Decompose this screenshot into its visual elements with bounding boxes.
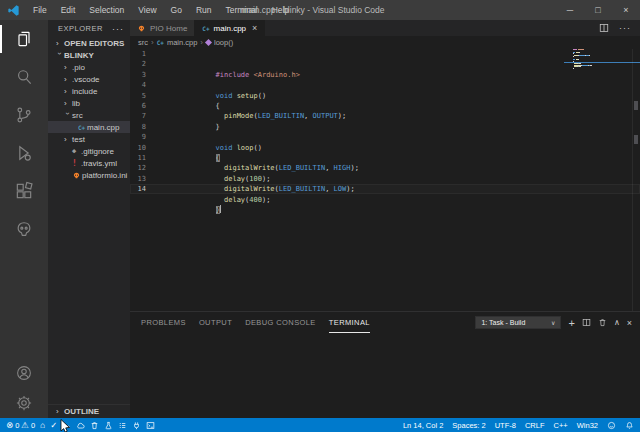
problems-status[interactable]: ⊗ 0 ⚠ 0 <box>6 418 35 432</box>
line-number: 10 <box>130 143 146 153</box>
tree-item[interactable]: › .vscode <box>48 73 130 85</box>
activity-run-debug-button[interactable] <box>0 134 48 172</box>
breadcrumb-loop[interactable]: loop() <box>214 38 233 47</box>
code-line[interactable]: 6 } <box>130 101 640 111</box>
terminal-icon <box>146 421 155 430</box>
activity-platformio-button[interactable] <box>0 210 48 248</box>
kill-terminal-trash-icon[interactable] <box>598 318 607 327</box>
menu-item[interactable]: View <box>131 0 163 20</box>
code-line[interactable]: 3 void setup() <box>130 70 640 80</box>
code-line[interactable]: 12 digitalWrite(LED_BUILTIN, LOW); <box>130 163 640 173</box>
minimize-button[interactable]: ─ <box>556 0 584 20</box>
code-line[interactable]: 7 <box>130 111 640 121</box>
menu-item[interactable]: Go <box>164 0 189 20</box>
breadcrumb-src[interactable]: src <box>138 38 148 47</box>
project-root-label: BLINKY <box>64 51 94 60</box>
activity-extensions-button[interactable] <box>0 172 48 210</box>
close-button[interactable]: × <box>612 0 640 20</box>
pio-upload-button[interactable]: → <box>62 418 71 432</box>
sidebar-more-actions[interactable]: ··· <box>112 24 124 34</box>
tab-close-icon[interactable]: × <box>252 23 257 33</box>
sidebar-title: EXPLORER <box>58 24 103 33</box>
feedback-smiley-icon[interactable] <box>607 421 616 430</box>
pio-remote-upload-button[interactable] <box>76 421 85 430</box>
editor-scrollbar[interactable] <box>632 49 633 311</box>
more-actions-icon[interactable]: ··· <box>619 23 631 33</box>
pio-terminal-button[interactable] <box>146 421 155 430</box>
tab-pio-home[interactable]: PIO Home <box>130 20 195 36</box>
panel-tab[interactable]: OUTPUT <box>199 312 232 333</box>
split-editor-icon[interactable] <box>599 19 609 37</box>
tree-chevron-icon: › <box>64 87 72 96</box>
status-item[interactable]: C++ <box>554 421 568 430</box>
code-line[interactable]: 13 delay(400); <box>130 174 640 184</box>
status-item[interactable]: UTF-8 <box>495 421 516 430</box>
project-root-blinky[interactable]: › BLINKY <box>48 49 130 61</box>
split-terminal-button[interactable] <box>582 318 591 327</box>
tree-item[interactable]: ◆ .gitignore <box>48 145 130 157</box>
menu-item[interactable]: File <box>26 0 54 20</box>
pio-serial-monitor-button[interactable] <box>132 421 141 430</box>
code-token: ); <box>262 196 270 204</box>
notifications-bell-icon[interactable] <box>625 421 634 430</box>
pio-run-task-button[interactable] <box>118 421 127 430</box>
code-editor[interactable]: 1 #include <Arduino.h> 2 3 void s <box>130 49 640 311</box>
code-line[interactable]: 9 { <box>130 132 640 142</box>
activity-explorer-button[interactable] <box>0 20 48 58</box>
pio-clean-button[interactable] <box>90 421 99 430</box>
status-item[interactable]: CRLF <box>525 421 545 430</box>
code-line[interactable]: 10 digitalWrite(LED_BUILTIN, HIGH); <box>130 143 640 153</box>
settings-button[interactable] <box>0 388 48 418</box>
code-line[interactable]: 11 delay(100); <box>130 153 640 163</box>
chevron-down-icon: › <box>55 52 64 60</box>
tree-item[interactable]: ! .travis.yml <box>48 157 130 169</box>
tab-main-cpp[interactable]: C+ main.cpp × <box>195 20 265 36</box>
tree-item-label: platformio.ini <box>82 171 127 180</box>
new-terminal-button[interactable]: + <box>568 317 574 329</box>
breadcrumb-main-cpp[interactable]: main.cpp <box>167 38 197 47</box>
code-line[interactable]: 2 <box>130 59 640 69</box>
pio-home-button[interactable]: ⌂ <box>40 418 45 432</box>
open-editors-section[interactable]: › OPEN EDITORS <box>48 37 130 49</box>
line-number: 8 <box>130 122 146 132</box>
code-line[interactable]: 1 #include <Arduino.h> <box>130 49 640 59</box>
pio-build-button[interactable]: ✓ <box>50 418 57 432</box>
maximize-panel-button[interactable]: ∧ <box>614 318 620 327</box>
pio-test-button[interactable] <box>104 421 113 430</box>
terminal-output[interactable] <box>140 336 636 416</box>
tree-item[interactable]: › test <box>48 133 130 145</box>
tree-item[interactable]: › include <box>48 85 130 97</box>
menu-item[interactable]: Selection <box>82 0 131 20</box>
status-item[interactable]: Win32 <box>577 421 598 430</box>
outline-section[interactable]: › OUTLINE <box>48 404 130 417</box>
line-number: 11 <box>130 153 146 163</box>
tree-item[interactable]: › lib <box>48 97 130 109</box>
tree-item[interactable]: › src <box>48 109 130 121</box>
panel-tab[interactable]: TERMINAL <box>329 312 370 333</box>
terminal-selector-dropdown[interactable]: 1: Task - Build ∨ <box>475 316 561 329</box>
maximize-button[interactable]: □ <box>584 0 612 20</box>
account-button[interactable] <box>0 358 48 388</box>
menu-item[interactable]: Edit <box>54 0 83 20</box>
tree-item[interactable]: platformio.ini <box>48 169 130 181</box>
activity-source-control-button[interactable] <box>0 96 48 134</box>
tree-item[interactable]: › .pio <box>48 61 130 73</box>
activity-search-button[interactable] <box>0 58 48 96</box>
code-line[interactable]: 4 { <box>130 80 640 90</box>
menu-item[interactable]: Run <box>189 0 219 20</box>
tree-chevron-icon: › <box>64 75 72 84</box>
close-panel-button[interactable]: × <box>627 318 632 328</box>
code-line[interactable]: 8 void loop() <box>130 122 640 132</box>
cpp-file-icon: C+ <box>202 25 209 32</box>
tree-item-label: lib <box>72 99 80 108</box>
code-line[interactable]: 14 } <box>130 184 640 194</box>
file-type-icon: ! <box>72 159 81 168</box>
panel-tab[interactable]: DEBUG CONSOLE <box>245 312 316 333</box>
panel-tab[interactable]: PROBLEMS <box>141 312 186 333</box>
status-item[interactable]: Ln 14, Col 2 <box>403 421 443 430</box>
minimap[interactable] <box>573 49 607 69</box>
code-line-text: void loop() <box>146 122 262 132</box>
code-line[interactable]: 5 pinMode(LED_BUILTIN, OUTPUT); <box>130 91 640 101</box>
status-item[interactable]: Spaces: 2 <box>452 421 485 430</box>
tree-item[interactable]: C+ main.cpp <box>48 121 130 133</box>
